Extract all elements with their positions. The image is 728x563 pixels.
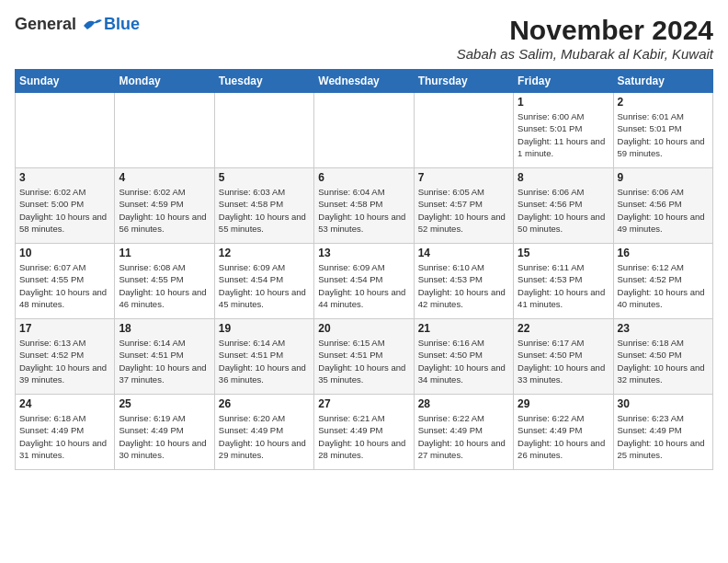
- col-wednesday: Wednesday: [314, 70, 414, 93]
- day-info: Sunrise: 6:05 AMSunset: 4:57 PMDaylight:…: [418, 186, 509, 235]
- day-number: 14: [418, 247, 509, 259]
- table-row: 23Sunrise: 6:18 AMSunset: 4:50 PMDayligh…: [613, 319, 712, 395]
- day-info: Sunrise: 6:06 AMSunset: 4:56 PMDaylight:…: [518, 186, 609, 235]
- day-number: 12: [219, 247, 310, 259]
- table-row: 24Sunrise: 6:18 AMSunset: 4:49 PMDayligh…: [16, 395, 115, 470]
- day-info: Sunrise: 6:21 AMSunset: 4:49 PMDaylight:…: [318, 412, 409, 461]
- col-monday: Monday: [115, 70, 214, 93]
- col-sunday: Sunday: [16, 70, 115, 93]
- day-info: Sunrise: 6:15 AMSunset: 4:51 PMDaylight:…: [318, 337, 409, 385]
- day-info: Sunrise: 6:16 AMSunset: 4:50 PMDaylight:…: [418, 337, 509, 385]
- calendar-week-row: 24Sunrise: 6:18 AMSunset: 4:49 PMDayligh…: [16, 395, 713, 470]
- day-number: 17: [19, 322, 110, 335]
- logo-bird-icon: [82, 17, 102, 33]
- table-row: 25Sunrise: 6:19 AMSunset: 4:49 PMDayligh…: [115, 395, 214, 470]
- table-row: 3Sunrise: 6:02 AMSunset: 5:00 PMDaylight…: [16, 168, 115, 244]
- day-number: 21: [418, 322, 509, 335]
- day-number: 13: [318, 247, 409, 259]
- table-row: [214, 93, 313, 168]
- table-row: 18Sunrise: 6:14 AMSunset: 4:51 PMDayligh…: [115, 319, 214, 395]
- day-info: Sunrise: 6:00 AMSunset: 5:01 PMDaylight:…: [518, 110, 609, 159]
- col-friday: Friday: [514, 70, 613, 93]
- calendar-week-row: 3Sunrise: 6:02 AMSunset: 5:00 PMDaylight…: [16, 168, 713, 244]
- col-thursday: Thursday: [414, 70, 513, 93]
- day-info: Sunrise: 6:09 AMSunset: 4:54 PMDaylight:…: [219, 261, 310, 310]
- col-tuesday: Tuesday: [214, 70, 313, 93]
- day-info: Sunrise: 6:14 AMSunset: 4:51 PMDaylight:…: [119, 337, 210, 385]
- table-row: 5Sunrise: 6:03 AMSunset: 4:58 PMDaylight…: [214, 168, 313, 244]
- month-title: November 2024: [457, 15, 713, 46]
- table-row: [115, 93, 214, 168]
- table-row: 10Sunrise: 6:07 AMSunset: 4:55 PMDayligh…: [16, 244, 115, 319]
- calendar-week-row: 10Sunrise: 6:07 AMSunset: 4:55 PMDayligh…: [16, 244, 713, 319]
- day-number: 27: [318, 397, 409, 410]
- table-row: 28Sunrise: 6:22 AMSunset: 4:49 PMDayligh…: [414, 395, 513, 470]
- day-number: 16: [618, 247, 709, 259]
- day-info: Sunrise: 6:07 AMSunset: 4:55 PMDaylight:…: [19, 261, 110, 310]
- logo-blue: Blue: [104, 15, 140, 34]
- day-number: 6: [318, 171, 409, 184]
- table-row: 12Sunrise: 6:09 AMSunset: 4:54 PMDayligh…: [214, 244, 313, 319]
- day-info: Sunrise: 6:12 AMSunset: 4:52 PMDaylight:…: [618, 261, 709, 310]
- day-info: Sunrise: 6:02 AMSunset: 5:00 PMDaylight:…: [19, 186, 110, 235]
- table-row: 6Sunrise: 6:04 AMSunset: 4:58 PMDaylight…: [314, 168, 414, 244]
- table-row: 26Sunrise: 6:20 AMSunset: 4:49 PMDayligh…: [214, 395, 313, 470]
- calendar: Sunday Monday Tuesday Wednesday Thursday…: [15, 69, 713, 470]
- table-row: 21Sunrise: 6:16 AMSunset: 4:50 PMDayligh…: [414, 319, 513, 395]
- day-number: 22: [518, 322, 609, 335]
- day-number: 5: [219, 171, 310, 184]
- logo: General Blue: [15, 15, 140, 34]
- location-title: Sabah as Salim, Mubarak al Kabir, Kuwait: [457, 46, 713, 62]
- day-info: Sunrise: 6:13 AMSunset: 4:52 PMDaylight:…: [19, 337, 110, 385]
- day-info: Sunrise: 6:18 AMSunset: 4:50 PMDaylight:…: [618, 337, 709, 385]
- title-block: November 2024 Sabah as Salim, Mubarak al…: [457, 15, 713, 62]
- day-number: 25: [119, 397, 210, 410]
- table-row: 16Sunrise: 6:12 AMSunset: 4:52 PMDayligh…: [613, 244, 712, 319]
- day-number: 1: [518, 96, 609, 109]
- calendar-week-row: 17Sunrise: 6:13 AMSunset: 4:52 PMDayligh…: [16, 319, 713, 395]
- day-number: 19: [219, 322, 310, 335]
- table-row: 9Sunrise: 6:06 AMSunset: 4:56 PMDaylight…: [613, 168, 712, 244]
- table-row: [414, 93, 513, 168]
- table-row: 1Sunrise: 6:00 AMSunset: 5:01 PMDaylight…: [514, 93, 613, 168]
- calendar-header-row: Sunday Monday Tuesday Wednesday Thursday…: [16, 70, 713, 93]
- day-info: Sunrise: 6:18 AMSunset: 4:49 PMDaylight:…: [19, 412, 110, 461]
- day-info: Sunrise: 6:09 AMSunset: 4:54 PMDaylight:…: [318, 261, 409, 310]
- table-row: 4Sunrise: 6:02 AMSunset: 4:59 PMDaylight…: [115, 168, 214, 244]
- table-row: 13Sunrise: 6:09 AMSunset: 4:54 PMDayligh…: [314, 244, 414, 319]
- day-number: 2: [618, 96, 709, 109]
- calendar-week-row: 1Sunrise: 6:00 AMSunset: 5:01 PMDaylight…: [16, 93, 713, 168]
- table-row: 27Sunrise: 6:21 AMSunset: 4:49 PMDayligh…: [314, 395, 414, 470]
- day-info: Sunrise: 6:22 AMSunset: 4:49 PMDaylight:…: [418, 412, 509, 461]
- header: General Blue November 2024 Sabah as Sali…: [15, 15, 713, 62]
- table-row: 15Sunrise: 6:11 AMSunset: 4:53 PMDayligh…: [514, 244, 613, 319]
- day-info: Sunrise: 6:06 AMSunset: 4:56 PMDaylight:…: [618, 186, 709, 235]
- day-number: 18: [119, 322, 210, 335]
- day-info: Sunrise: 6:11 AMSunset: 4:53 PMDaylight:…: [518, 261, 609, 310]
- day-number: 29: [518, 397, 609, 410]
- day-info: Sunrise: 6:02 AMSunset: 4:59 PMDaylight:…: [119, 186, 210, 235]
- day-number: 3: [19, 171, 110, 184]
- day-number: 26: [219, 397, 310, 410]
- day-number: 7: [418, 171, 509, 184]
- table-row: [16, 93, 115, 168]
- day-number: 24: [19, 397, 110, 410]
- day-info: Sunrise: 6:08 AMSunset: 4:55 PMDaylight:…: [119, 261, 210, 310]
- day-number: 30: [618, 397, 709, 410]
- day-number: 15: [518, 247, 609, 259]
- table-row: [314, 93, 414, 168]
- day-number: 8: [518, 171, 609, 184]
- table-row: 19Sunrise: 6:14 AMSunset: 4:51 PMDayligh…: [214, 319, 313, 395]
- day-info: Sunrise: 6:14 AMSunset: 4:51 PMDaylight:…: [219, 337, 310, 385]
- day-number: 23: [618, 322, 709, 335]
- logo-general: General: [15, 15, 76, 33]
- table-row: 22Sunrise: 6:17 AMSunset: 4:50 PMDayligh…: [514, 319, 613, 395]
- table-row: 11Sunrise: 6:08 AMSunset: 4:55 PMDayligh…: [115, 244, 214, 319]
- day-info: Sunrise: 6:20 AMSunset: 4:49 PMDaylight:…: [219, 412, 310, 461]
- day-number: 10: [19, 247, 110, 259]
- day-info: Sunrise: 6:04 AMSunset: 4:58 PMDaylight:…: [318, 186, 409, 235]
- table-row: 8Sunrise: 6:06 AMSunset: 4:56 PMDaylight…: [514, 168, 613, 244]
- table-row: 20Sunrise: 6:15 AMSunset: 4:51 PMDayligh…: [314, 319, 414, 395]
- col-saturday: Saturday: [613, 70, 712, 93]
- day-info: Sunrise: 6:19 AMSunset: 4:49 PMDaylight:…: [119, 412, 210, 461]
